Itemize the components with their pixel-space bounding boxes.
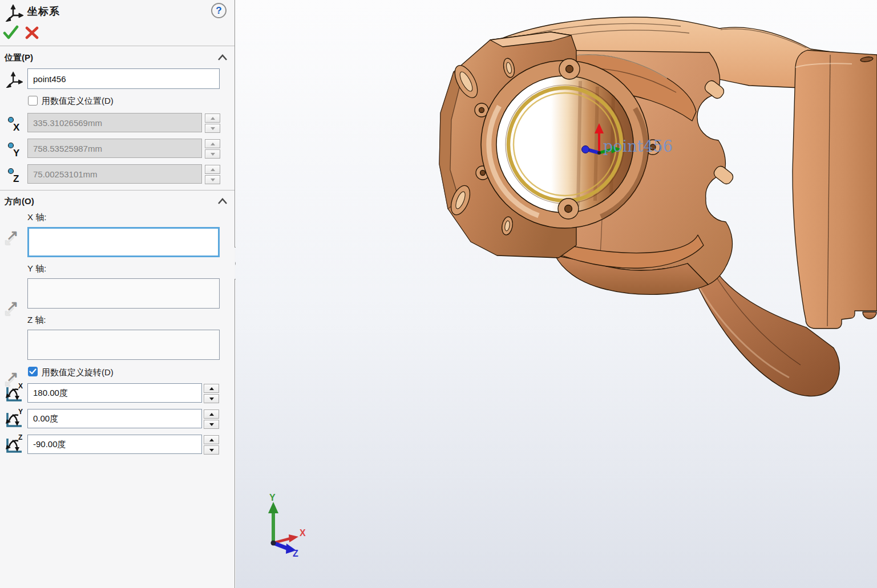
y-position-input bbox=[27, 139, 202, 158]
ok-button[interactable] bbox=[3, 25, 19, 40]
coordinate-system-property-panel: 坐标系 ? 位置(P) 用数值定义位置(D) bbox=[0, 0, 235, 588]
graphics-area[interactable]: point456 Y X Z bbox=[236, 0, 877, 588]
spin-down-button[interactable] bbox=[204, 445, 219, 455]
spin-up-button[interactable] bbox=[204, 409, 219, 419]
y-coordinate-icon: Y bbox=[7, 141, 23, 158]
spin-down-button[interactable] bbox=[204, 394, 219, 403]
view-axis-z-label: Z bbox=[293, 549, 298, 558]
origin-icon bbox=[5, 71, 23, 88]
define-rotation-numerically-label: 用数值定义旋转(D) bbox=[42, 367, 114, 378]
spin-up-button bbox=[205, 113, 220, 123]
rotate-about-y-icon: Y bbox=[3, 408, 24, 429]
z-position-spinner bbox=[205, 165, 220, 184]
svg-text:Y: Y bbox=[13, 148, 20, 158]
svg-text:Z: Z bbox=[18, 434, 22, 441]
help-button[interactable]: ? bbox=[211, 3, 227, 18]
panel-title: 坐标系 bbox=[27, 5, 60, 18]
origin-label: point456 bbox=[603, 137, 673, 155]
solidworks-window: 坐标系 ? 位置(P) 用数值定义位置(D) bbox=[0, 0, 877, 588]
collapse-orientation-chevron-icon[interactable] bbox=[217, 198, 228, 205]
svg-text:X: X bbox=[13, 122, 20, 132]
spin-up-button[interactable] bbox=[204, 435, 219, 444]
z-axis-label: Z 轴: bbox=[27, 315, 46, 326]
svg-text:Z: Z bbox=[13, 173, 19, 184]
svg-text:Y: Y bbox=[18, 408, 23, 416]
spin-down-button bbox=[205, 175, 220, 184]
z-rotation-spinner[interactable] bbox=[204, 435, 219, 455]
coordinate-system-icon bbox=[5, 3, 24, 22]
divider bbox=[0, 190, 235, 190]
svg-text:X: X bbox=[18, 383, 23, 390]
collapse-position-chevron-icon[interactable] bbox=[217, 54, 228, 61]
cad-viewport-svg[interactable]: point456 Y X Z bbox=[236, 0, 877, 588]
x-axis-selection-input[interactable] bbox=[27, 227, 220, 257]
position-section-header: 位置(P) bbox=[5, 52, 33, 63]
y-axis-label: Y 轴: bbox=[27, 263, 46, 274]
z-axis-selection-input[interactable] bbox=[27, 330, 220, 360]
reverse-x-axis-icon[interactable]: ↗↙ bbox=[3, 230, 23, 250]
y-rotation-spinner[interactable] bbox=[204, 409, 219, 429]
view-axis-x-label: X bbox=[300, 528, 306, 538]
spin-down-button[interactable] bbox=[204, 420, 219, 429]
define-position-numerically-checkbox[interactable] bbox=[28, 96, 38, 106]
x-axis-label: X 轴: bbox=[27, 212, 46, 223]
check-icon bbox=[29, 368, 37, 375]
rotate-about-x-icon: X bbox=[3, 383, 24, 403]
spin-up-button bbox=[205, 139, 220, 148]
define-position-numerically-label: 用数值定义位置(D) bbox=[42, 96, 114, 107]
spin-up-button[interactable] bbox=[204, 384, 219, 393]
x-coordinate-icon: X bbox=[7, 115, 23, 132]
divider bbox=[0, 46, 235, 46]
spin-up-button bbox=[205, 165, 220, 174]
x-rotation-spinner[interactable] bbox=[204, 384, 219, 403]
orientation-section-header: 方向(O) bbox=[5, 196, 34, 207]
coordinate-name-input[interactable] bbox=[27, 68, 220, 89]
define-rotation-numerically-checkbox[interactable] bbox=[28, 367, 38, 376]
x-position-input bbox=[27, 113, 202, 132]
cancel-button[interactable] bbox=[25, 26, 39, 39]
rotate-about-z-icon: Z bbox=[3, 434, 24, 455]
z-rotation-input[interactable] bbox=[27, 435, 202, 454]
y-position-spinner bbox=[205, 139, 220, 159]
z-coordinate-icon: Z bbox=[7, 167, 23, 184]
z-position-input bbox=[27, 164, 202, 184]
view-axis-y-label: Y bbox=[269, 493, 276, 502]
x-rotation-input[interactable] bbox=[27, 383, 202, 403]
spin-down-button bbox=[205, 124, 220, 133]
x-position-spinner bbox=[205, 113, 220, 133]
spin-down-button bbox=[205, 149, 220, 159]
y-rotation-input[interactable] bbox=[27, 409, 202, 428]
reverse-y-axis-icon[interactable]: ↗↙ bbox=[3, 301, 23, 321]
y-axis-selection-input[interactable] bbox=[27, 278, 220, 309]
